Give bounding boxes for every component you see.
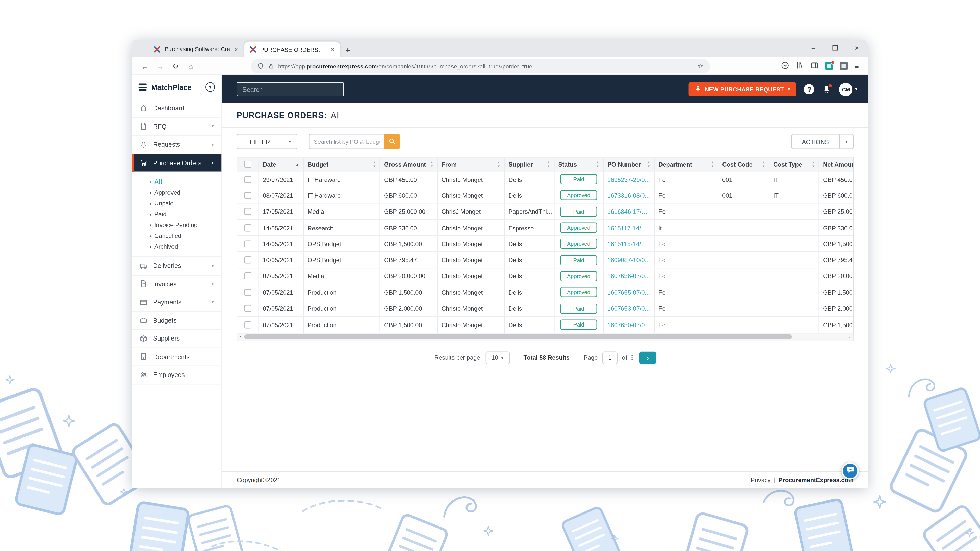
row-checkbox[interactable] — [245, 305, 251, 312]
row-checkbox[interactable] — [245, 208, 251, 215]
hamburger-icon[interactable] — [138, 84, 147, 91]
sidebar-item-suppliers[interactable]: Suppliers — [132, 330, 221, 348]
row-checkbox[interactable] — [245, 240, 251, 248]
column-header-supplier[interactable]: Supplier ▲▼ — [505, 158, 555, 171]
close-window-button[interactable]: × — [846, 40, 868, 56]
browser-tab-1[interactable]: Purchasing Software: Create Pu × — [149, 43, 245, 56]
submenu-item-paid[interactable]: ›Paid — [132, 209, 221, 220]
scrollbar-thumb[interactable] — [245, 334, 792, 340]
shield-icon[interactable] — [257, 62, 264, 70]
po-number-link[interactable]: 1673316-08/0... — [608, 192, 650, 199]
row-checkbox[interactable] — [245, 321, 251, 329]
table-row[interactable]: 14/05/2021 OPS Budget GBP 1,500.00 Chris… — [237, 236, 853, 252]
row-checkbox[interactable] — [245, 273, 251, 280]
table-row[interactable]: 07/05/2021 Production GBP 2,000.00 Chris… — [237, 300, 853, 317]
table-row[interactable]: 17/05/2021 Media GBP 25,000.00 ChrisJ Mo… — [237, 204, 853, 220]
tab-close-icon[interactable]: × — [234, 46, 239, 53]
home-button[interactable]: ⌂ — [183, 62, 199, 70]
sidebar-item-departments[interactable]: Departments — [132, 348, 221, 366]
sidebar-collapse-button[interactable]: ▾ — [205, 83, 215, 92]
sidebar-item-dashboard[interactable]: Dashboard — [132, 100, 221, 118]
minimize-button[interactable]: – — [803, 40, 824, 56]
select-all-checkbox[interactable] — [245, 161, 251, 168]
privacy-link[interactable]: Privacy — [751, 476, 771, 484]
chat-widget-button[interactable] — [842, 462, 859, 480]
row-checkbox[interactable] — [245, 224, 251, 231]
row-checkbox[interactable] — [245, 256, 251, 264]
sidebar-item-budgets[interactable]: Budgets — [132, 311, 221, 330]
po-number-link[interactable]: 1609087-10/0... — [608, 256, 650, 264]
column-header-gross-amount[interactable]: Gross Amount ▲▼ — [380, 158, 438, 171]
submenu-item-unpaid[interactable]: ›Unpaid — [132, 198, 221, 209]
submenu-item-approved[interactable]: ›Approved — [132, 187, 221, 198]
horizontal-scrollbar[interactable]: ‹ › — [237, 333, 854, 341]
notifications-button[interactable] — [822, 84, 832, 94]
sidebar-item-invoices[interactable]: Invoices ▾ — [132, 275, 221, 293]
po-number-link[interactable]: 1615115-14/05/... — [608, 240, 650, 248]
global-search-input[interactable] — [237, 83, 344, 97]
scroll-right-icon[interactable]: › — [846, 334, 853, 340]
table-row[interactable]: 07/05/2021 Production GBP 1,500.00 Chris… — [237, 284, 853, 300]
address-bar[interactable]: https://app.procurementexpress.com/en/co… — [251, 59, 710, 73]
po-number-link[interactable]: 1615117-14/05/... — [608, 224, 650, 231]
row-checkbox[interactable] — [245, 192, 251, 199]
column-header-cost-type[interactable]: Cost Type ▲▼ — [770, 158, 819, 171]
column-header-po-number[interactable]: PO Number ▲▼ — [604, 158, 655, 171]
row-checkbox[interactable] — [245, 176, 251, 183]
po-number-link[interactable]: 1607650-07/0... — [608, 321, 650, 329]
table-row[interactable]: 07/05/2021 Production GBP 1,500.00 Chris… — [237, 317, 853, 333]
row-checkbox[interactable] — [245, 289, 251, 296]
footer-brand-link[interactable]: ProcurementExpress.com — [779, 476, 854, 484]
forward-button[interactable]: → — [153, 62, 168, 70]
reload-button[interactable]: ↻ — [168, 62, 183, 70]
menu-icon[interactable]: ≡ — [854, 62, 859, 70]
submenu-item-invoice-pending[interactable]: ›Invoice Pending — [132, 219, 221, 230]
table-row[interactable]: 07/05/2021 Media GBP 20,000.00 Christo M… — [237, 268, 853, 284]
back-button[interactable]: ← — [137, 62, 153, 70]
lock-icon[interactable] — [268, 62, 274, 70]
submenu-item-all[interactable]: ›All — [132, 176, 221, 187]
page-number-input[interactable] — [602, 351, 617, 364]
table-row[interactable]: 29/07/2021 IT Hardware GBP 450.00 Christ… — [237, 171, 853, 188]
po-number-link[interactable]: 1607656-07/0... — [608, 273, 650, 280]
po-number-link[interactable]: 1616846-17/05... — [608, 208, 650, 215]
submenu-item-cancelled[interactable]: ›Cancelled — [132, 230, 221, 241]
sidebar-item-payments[interactable]: Payments ▾ — [132, 293, 221, 311]
column-header-status[interactable]: Status ▲▼ — [555, 158, 604, 171]
sidebar-toggle-icon[interactable] — [810, 60, 819, 72]
po-number-link[interactable]: 1695237-29/0... — [608, 176, 650, 183]
column-header-department[interactable]: Department ▲▼ — [655, 158, 718, 171]
sidebar-item-employees[interactable]: Employees — [132, 366, 221, 384]
sidebar-item-rfq[interactable]: RFQ ▾ — [132, 118, 221, 136]
tab-close-icon[interactable]: × — [330, 46, 335, 53]
list-search-input[interactable] — [309, 134, 384, 149]
po-number-link[interactable]: 1607653-07/0... — [608, 305, 650, 312]
extension-icon-2[interactable] — [840, 62, 848, 70]
po-number-link[interactable]: 1607655-07/0... — [608, 289, 650, 296]
per-page-select[interactable]: 10 ▾ — [485, 351, 510, 364]
extension-icon-1[interactable] — [825, 62, 833, 70]
bookmark-star-icon[interactable]: ☆ — [697, 62, 704, 70]
actions-button[interactable]: ACTIONS ▾ — [791, 134, 854, 149]
scroll-left-icon[interactable]: ‹ — [237, 334, 245, 340]
new-tab-button[interactable]: + — [340, 45, 355, 55]
table-row[interactable]: 08/07/2021 IT Hardware GBP 600.00 Christ… — [237, 188, 853, 204]
table-row[interactable]: 10/05/2021 OPS Budget GBP 795.47 Christo… — [237, 252, 853, 268]
new-purchase-request-button[interactable]: NEW PURCHASE REQUEST ▾ — [688, 83, 797, 97]
sidebar-item-purchase-orders[interactable]: Purchase Orders ▾ — [132, 154, 221, 172]
column-header-budget[interactable]: Budget ▲▼ — [304, 158, 380, 171]
help-button[interactable]: ? — [804, 84, 815, 94]
browser-tab-2[interactable]: PURCHASE ORDERS: × — [245, 41, 340, 58]
library-icon[interactable] — [795, 60, 804, 72]
account-menu[interactable]: CM ▾ — [839, 83, 858, 96]
filter-button[interactable]: FILTER ▾ — [237, 134, 298, 149]
sidebar-item-deliveries[interactable]: Deliveries ▾ — [132, 257, 221, 275]
submenu-item-archived[interactable]: ›Archived — [132, 241, 221, 252]
next-page-button[interactable]: › — [640, 351, 656, 364]
table-row[interactable]: 14/05/2021 Research GBP 330.00 Christo M… — [237, 220, 853, 236]
sidebar-item-requests[interactable]: Requests ▾ — [132, 136, 221, 154]
scrollbar-track[interactable] — [245, 334, 846, 340]
column-header-net-amount[interactable]: Net Amount ▲▼ — [819, 158, 854, 171]
column-header-cost-code[interactable]: Cost Code ▲▼ — [718, 158, 770, 171]
column-header-date[interactable]: Date ▲ — [259, 158, 304, 171]
